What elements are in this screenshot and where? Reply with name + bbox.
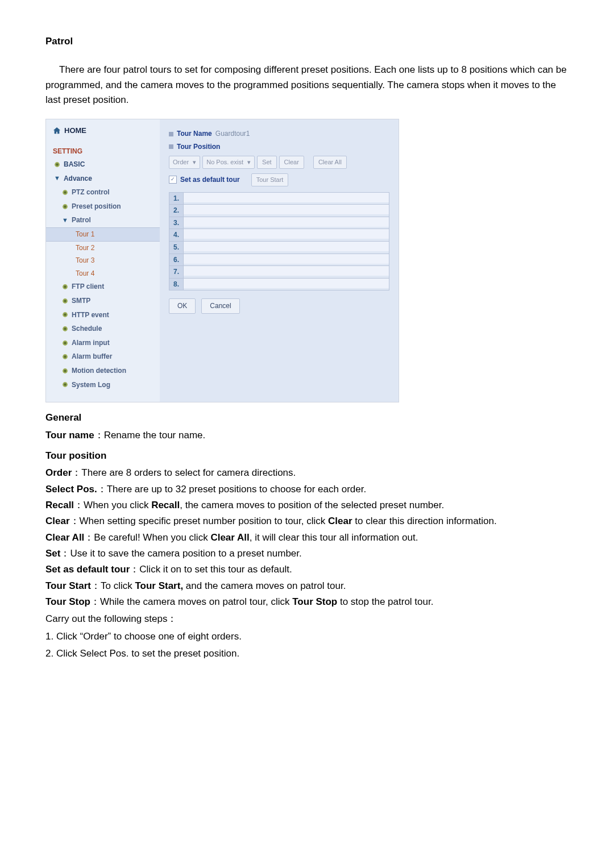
svg-point-15 — [64, 342, 66, 344]
svg-point-17 — [64, 356, 66, 358]
nav-basic-label: BASIC — [64, 159, 85, 170]
def-clear: Clear：When setting specific preset numbe… — [45, 514, 569, 529]
nav-http-label: HTTP event — [72, 310, 109, 321]
expand-icon: ▼ — [62, 215, 68, 225]
bullet-icon — [62, 381, 68, 388]
nav-motion-label: Motion detection — [72, 366, 126, 376]
def-set: Set：Use it to save the camera position t… — [45, 546, 569, 561]
nav-alarm-input[interactable]: Alarm input — [46, 336, 160, 350]
nav-advance[interactable]: ▼ Advance — [46, 172, 160, 186]
ok-button[interactable]: OK — [169, 298, 196, 314]
position-row[interactable]: 1. — [169, 192, 389, 205]
step-1: 1. Click “Order” to choose one of eight … — [45, 629, 569, 644]
intro-paragraph: There are four patrol tours to set for c… — [45, 63, 569, 107]
nav-patrol[interactable]: ▼ Patrol — [46, 213, 160, 227]
svg-point-1 — [56, 163, 58, 165]
default-tour-label: Set as default tour — [180, 175, 240, 185]
nav-ftp-client[interactable]: FTP client — [46, 280, 160, 294]
nav-ftp-label: FTP client — [72, 281, 104, 292]
svg-point-5 — [64, 205, 66, 207]
bullet-icon — [62, 203, 68, 210]
nav-ptz-label: PTZ control — [72, 187, 110, 198]
svg-point-3 — [64, 191, 66, 193]
svg-point-19 — [64, 369, 66, 372]
nav-tour-4[interactable]: Tour 4 — [46, 267, 160, 280]
patrol-settings-window: HOME SETTING BASIC ▼ Advance PTZ control… — [45, 119, 399, 402]
setting-header: SETTING — [46, 143, 160, 158]
home-icon — [53, 127, 61, 135]
nav-preset-label: Preset position — [72, 201, 121, 212]
step-2: 2. Click Select Pos. to set the preset p… — [45, 646, 569, 661]
sidebar: HOME SETTING BASIC ▼ Advance PTZ control… — [46, 119, 160, 402]
position-number: 1. — [169, 193, 184, 205]
def-tour-name: Tour name：Rename the tour name. — [45, 428, 569, 443]
main-panel: Tour Name Guardtour1 Tour Position Order… — [160, 119, 399, 402]
clear-all-button[interactable]: Clear All — [313, 156, 347, 169]
nav-tour-3[interactable]: Tour 3 — [46, 254, 160, 267]
def-clear-all: Clear All：Be careful! When you click Cle… — [45, 530, 569, 545]
svg-point-13 — [64, 327, 66, 330]
position-number: 7. — [169, 266, 184, 278]
position-row[interactable]: 3. — [169, 217, 389, 230]
nav-patrol-label: Patrol — [72, 215, 91, 226]
nav-system-log[interactable]: System Log — [46, 378, 160, 392]
clear-button[interactable]: Clear — [279, 156, 304, 169]
def-tour-stop: Tour Stop：While the camera moves on patr… — [45, 595, 569, 609]
nav-preset-position[interactable]: Preset position — [46, 200, 160, 214]
position-row[interactable]: 4. — [169, 229, 389, 242]
position-select[interactable]: No Pos. exist ▾ — [202, 156, 255, 169]
square-bullet-icon — [169, 132, 173, 136]
position-row[interactable]: 8. — [169, 279, 389, 291]
def-recall: Recall：When you click Recall, the camera… — [45, 498, 569, 513]
svg-point-7 — [64, 286, 66, 288]
position-row[interactable]: 6. — [169, 254, 389, 267]
bullet-icon — [54, 161, 60, 168]
bullet-icon — [62, 284, 68, 290]
tour-start-button[interactable]: Tour Start — [251, 173, 289, 186]
position-number: 2. — [169, 205, 184, 217]
expand-icon: ▼ — [54, 173, 60, 183]
nav-alarm-buffer[interactable]: Alarm buffer — [46, 350, 160, 364]
bullet-icon — [62, 298, 68, 304]
position-row[interactable]: 2. — [169, 205, 389, 217]
nav-syslog-label: System Log — [72, 380, 110, 391]
nav-alarm-input-label: Alarm input — [72, 338, 110, 348]
tour-name-label: Tour Name — [177, 128, 212, 139]
def-set-default: Set as default tour：Click it on to set t… — [45, 562, 569, 577]
nav-tour-1[interactable]: Tour 1 — [46, 227, 160, 242]
position-list: 1. 2. 3. 4. 5. 6. 7. 8. — [169, 192, 389, 291]
position-row[interactable]: 5. — [169, 242, 389, 254]
bullet-icon — [62, 340, 68, 346]
tour-position-label: Tour Position — [177, 142, 220, 152]
set-button[interactable]: Set — [257, 156, 277, 169]
position-number: 4. — [169, 229, 184, 241]
svg-point-21 — [64, 384, 66, 386]
nav-smtp-label: SMTP — [72, 296, 90, 306]
nav-http-event[interactable]: HTTP event — [46, 308, 160, 322]
nav-smtp[interactable]: SMTP — [46, 294, 160, 308]
home-label: HOME — [64, 125, 86, 136]
def-tour-start: Tour Start：To click Tour Start, and the … — [45, 579, 569, 593]
nav-basic[interactable]: BASIC — [46, 157, 160, 172]
cancel-button[interactable]: Cancel — [201, 298, 239, 314]
position-row[interactable]: 7. — [169, 266, 389, 279]
def-order: Order：There are 8 orders to select for c… — [45, 466, 569, 480]
nav-schedule-label: Schedule — [72, 323, 102, 334]
carry-out-steps: Carry out the following steps： — [45, 612, 569, 626]
tour-name-value[interactable]: Guardtour1 — [215, 128, 250, 139]
nav-alarm-buffer-label: Alarm buffer — [72, 351, 112, 362]
def-select-pos: Select Pos.：There are up to 32 preset po… — [45, 482, 569, 497]
svg-point-11 — [64, 314, 66, 316]
nav-ptz-control[interactable]: PTZ control — [46, 185, 160, 200]
position-number: 5. — [169, 242, 184, 254]
nav-motion-detection[interactable]: Motion detection — [46, 364, 160, 378]
tour-position-heading: Tour position — [45, 448, 569, 463]
bullet-icon — [62, 189, 68, 196]
position-number: 8. — [169, 279, 184, 290]
order-select[interactable]: Order ▾ — [169, 156, 200, 169]
home-link[interactable]: HOME — [46, 125, 160, 142]
svg-point-9 — [64, 300, 66, 302]
nav-schedule[interactable]: Schedule — [46, 322, 160, 336]
nav-tour-2[interactable]: Tour 2 — [46, 242, 160, 255]
default-tour-checkbox[interactable]: ✓ — [169, 176, 177, 184]
